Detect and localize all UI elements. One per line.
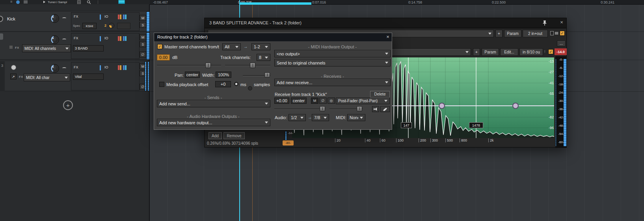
sync-icon[interactable]	[16, 0, 20, 4]
midi-channel-select[interactable]: MIDI: All channels	[22, 44, 71, 52]
receive-phase-button[interactable]: ∅	[319, 98, 327, 104]
midi-route-select[interactable]: None	[347, 114, 365, 121]
param-button[interactable]: Param	[482, 48, 499, 56]
io-button[interactable]: IO	[104, 36, 108, 40]
menu-icon[interactable]: ≡	[10, 0, 12, 4]
loop-selection[interactable]	[240, 2, 311, 5]
source-channels-select[interactable]: All	[222, 43, 241, 50]
width-slider-handle[interactable]	[264, 72, 270, 77]
meter-min-readout[interactable]: -80-	[283, 140, 294, 145]
monitor-button[interactable]	[372, 106, 379, 112]
edit-button[interactable]: Edit...	[500, 48, 518, 56]
solo-button[interactable]: S	[140, 22, 146, 28]
search-icon[interactable]	[87, 0, 91, 4]
empty-fx-slot[interactable]	[117, 23, 130, 29]
add-fx-button[interactable]: +	[495, 30, 503, 37]
crossover-freq-readout-1[interactable]: 147	[401, 122, 412, 128]
record-arm-button[interactable]	[11, 65, 16, 70]
fx-button[interactable]: FX	[74, 65, 78, 69]
fx-button[interactable]: FX	[74, 36, 78, 40]
solo-button[interactable]: S	[140, 41, 146, 47]
add-receive-select[interactable]: Add new receive...	[274, 79, 391, 86]
mute-button[interactable]: M	[140, 15, 146, 21]
pin-icon[interactable]	[542, 20, 547, 26]
receive-volume-field[interactable]: +0.00	[274, 98, 289, 104]
envelope-icon[interactable]	[62, 67, 66, 69]
folder-indicator[interactable]	[0, 33, 3, 40]
fx-slot[interactable]: 3 BAND	[73, 45, 104, 52]
track-name[interactable]: Kick	[7, 17, 15, 21]
sampler-selector[interactable]: Tuner.l Sampl	[48, 0, 67, 4]
master-send-checkbox[interactable]	[157, 44, 162, 49]
plugin-gui-icon[interactable]	[550, 31, 554, 35]
receive-mode-select[interactable]: Post-Fader (Post-Pan)	[336, 98, 390, 104]
receive-volume-slider-handle[interactable]	[320, 106, 325, 111]
close-icon[interactable]: ×	[558, 19, 565, 25]
pan-field[interactable]: center	[185, 72, 200, 78]
track-channels-select[interactable]: 8	[257, 54, 270, 61]
volume-knob[interactable]	[50, 35, 59, 44]
keyboard-icon[interactable]	[555, 32, 558, 35]
receive-volume-slider[interactable]	[274, 109, 326, 110]
envelope-icon[interactable]	[62, 17, 66, 19]
receive-pan-field[interactable]: center	[291, 98, 307, 104]
edit-receive-button[interactable]	[380, 106, 390, 112]
cursor-tool-icon[interactable]	[43, 1, 45, 3]
delete-receive-button[interactable]: Delete	[370, 91, 390, 98]
receive-mute-button[interactable]: M	[311, 98, 318, 104]
ms-radio[interactable]	[234, 82, 238, 86]
track-row-3[interactable]: 3 ↗ FX MIDI: All char FX IO Vital M S ∅	[0, 61, 150, 91]
plugin-enable-checkbox[interactable]	[548, 49, 553, 54]
route-icon[interactable]	[9, 46, 13, 49]
output-meter[interactable]: -0- -6- -12- -18- -24- -30- -36- -42- -4…	[555, 56, 567, 148]
fx-button[interactable]: FX	[74, 15, 78, 18]
mute-button[interactable]: M	[140, 34, 146, 40]
receive-pan-slider-handle[interactable]	[357, 106, 362, 111]
track-row-folder[interactable]: FX MIDI: All channels FX IO 3 BAND M S ∅	[0, 32, 150, 60]
close-icon[interactable]: ×	[385, 34, 391, 40]
offset-value-field[interactable]: +0	[215, 81, 231, 87]
more-options-button[interactable]: ...	[557, 41, 566, 46]
width-field[interactable]: 100%	[216, 72, 231, 78]
send-volume-slider-handle[interactable]	[205, 63, 211, 68]
volume-knob[interactable]	[50, 64, 59, 73]
band-handle-1[interactable]	[439, 103, 445, 109]
timeline-ruler[interactable]: -0:08.467 0:00.725 0:07.016 0:14.758 0:2…	[150, 0, 644, 5]
media-offset-checkbox[interactable]	[159, 82, 164, 87]
io-button[interactable]: IO	[104, 65, 108, 69]
receive-mono-button[interactable]: ◎	[328, 98, 335, 104]
midi-channel-mode-select[interactable]: Send to original channels	[274, 59, 391, 66]
envelope-icon[interactable]	[62, 39, 66, 41]
band-handle-2[interactable]	[513, 103, 518, 109]
record-arm-button[interactable]	[0, 16, 3, 22]
param-button[interactable]: Param	[504, 30, 521, 37]
pin-connector-button[interactable]: in 8/10 ou	[519, 48, 543, 56]
add-band-button[interactable]: Add	[208, 132, 222, 139]
midi-channel-select[interactable]: MIDI: All char	[24, 74, 70, 81]
send-volume-field[interactable]: 0.00	[157, 54, 170, 61]
add-track-button[interactable]: +	[63, 100, 73, 110]
send-pan-slider-handle[interactable]	[250, 63, 255, 68]
samples-radio[interactable]	[248, 86, 252, 90]
remove-band-button[interactable]: Remove	[223, 132, 245, 139]
crossover-freq-readout-2[interactable]: 1478	[469, 122, 483, 128]
grid-icon[interactable]	[77, 0, 81, 4]
fx-slot[interactable]: KSHI	[82, 23, 97, 29]
peak-readout[interactable]: -14.0	[555, 48, 567, 55]
dest-channels-select[interactable]: 1-2	[251, 43, 270, 50]
track-row-kick[interactable]: Kick FX IO Spec KSHI 2 M S	[0, 11, 150, 31]
automation-icon[interactable]: ↗	[10, 74, 17, 79]
add-plugin-button[interactable]: +	[473, 48, 480, 56]
phase-button[interactable]: ∅	[140, 52, 146, 57]
audio-dest-select[interactable]: 7/8	[312, 114, 329, 121]
add-send-select[interactable]: Add new send...	[157, 100, 270, 107]
fx-enable-checkbox[interactable]	[560, 31, 565, 36]
fx-slot[interactable]: Vital	[73, 74, 104, 80]
io-config-button[interactable]: 2 in+out	[523, 30, 548, 37]
audio-source-select[interactable]: 1/2	[288, 114, 306, 121]
fx-window-titlebar[interactable]: 3 BAND SPLITTER ADVANCE - Track 2 (folde…	[205, 18, 566, 28]
send-pan-slider[interactable]	[225, 65, 270, 66]
dialog-titlebar[interactable]: Routing for track 2 (folder) ×	[154, 33, 392, 41]
record-mode-button[interactable]	[118, 0, 125, 4]
save-icon[interactable]	[24, 0, 28, 4]
